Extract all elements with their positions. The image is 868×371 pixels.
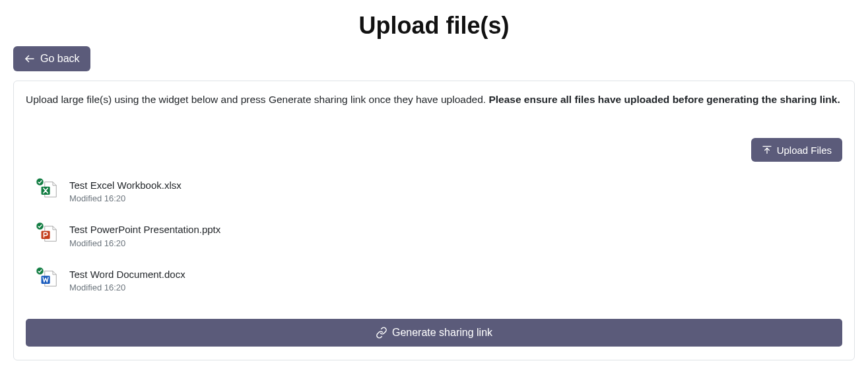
svg-point-6 — [36, 222, 44, 230]
go-back-label: Go back — [40, 53, 80, 64]
file-modified: Modified 16:20 — [69, 238, 220, 248]
instructions-text: Upload large file(s) using the widget be… — [26, 92, 842, 108]
file-name: Test Excel Workbook.xlsx — [69, 179, 182, 192]
generate-sharing-link-button[interactable]: Generate sharing link — [26, 319, 842, 347]
instructions-plain: Upload large file(s) using the widget be… — [26, 94, 488, 105]
page-title: Upload file(s) — [13, 12, 855, 40]
arrow-left-icon — [24, 53, 36, 65]
file-list: Test Excel Workbook.xlsx Modified 16:20 — [26, 171, 842, 304]
file-modified: Modified 16:20 — [69, 283, 185, 292]
go-back-button[interactable]: Go back — [13, 46, 90, 71]
upload-row: Upload Files — [26, 138, 842, 162]
file-meta: Test Word Document.docx Modified 16:20 — [69, 268, 185, 292]
upload-icon — [762, 145, 772, 155]
generate-sharing-link-label: Generate sharing link — [392, 327, 492, 338]
file-name: Test Word Document.docx — [69, 268, 185, 281]
check-icon — [36, 267, 44, 275]
file-icon-excel — [39, 180, 57, 199]
file-meta: Test Excel Workbook.xlsx Modified 16:20 — [69, 179, 182, 203]
file-modified: Modified 16:20 — [69, 193, 182, 203]
file-item[interactable]: Test Word Document.docx Modified 16:20 — [39, 260, 842, 304]
upload-files-button[interactable]: Upload Files — [751, 138, 842, 162]
svg-point-4 — [36, 178, 44, 186]
file-icon-powerpoint — [39, 224, 57, 243]
svg-rect-5 — [42, 231, 50, 239]
instructions-bold: Please ensure all files have uploaded be… — [488, 94, 840, 105]
svg-point-8 — [36, 267, 44, 274]
file-meta: Test PowerPoint Presentation.pptx Modifi… — [69, 223, 220, 248]
svg-rect-7 — [42, 275, 50, 283]
upload-card: Upload large file(s) using the widget be… — [13, 81, 855, 360]
file-item[interactable]: Test PowerPoint Presentation.pptx Modifi… — [39, 215, 842, 259]
file-icon-word — [39, 269, 57, 288]
file-name: Test PowerPoint Presentation.pptx — [69, 223, 220, 236]
check-icon — [36, 222, 44, 230]
link-icon — [376, 327, 387, 339]
upload-files-label: Upload Files — [777, 145, 832, 155]
file-item[interactable]: Test Excel Workbook.xlsx Modified 16:20 — [39, 171, 842, 215]
check-icon — [36, 178, 44, 186]
